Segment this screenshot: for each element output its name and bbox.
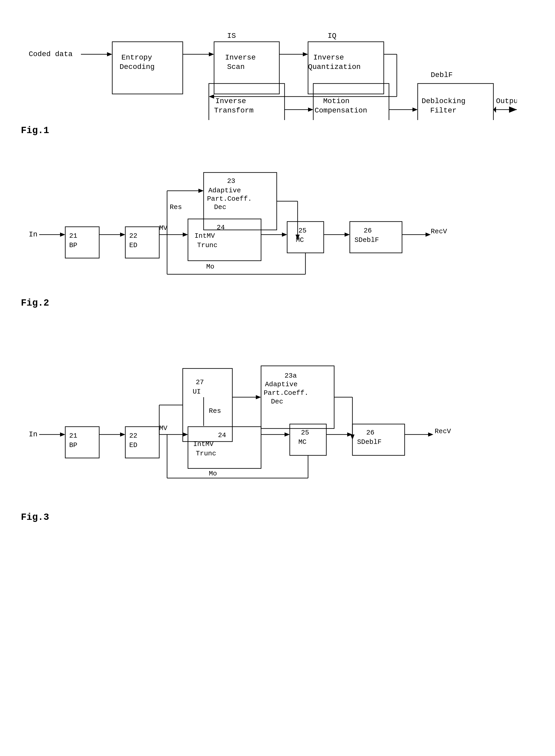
svg-marker-24 [60,232,65,237]
inverse-transform-label2: Transform [214,106,254,115]
in-label-fig3: In [29,430,38,438]
box25b-num: 25 [301,429,309,437]
recv-label-fig2: RecV [431,228,447,235]
box24-num: 24 [217,224,225,231]
deblocking-label: Deblocking [422,97,465,105]
mv-label-fig2: MV [159,224,168,232]
box24-label2: Trunc [197,241,217,249]
svg-marker-4 [209,52,214,56]
box24b-label2: Trunc [196,450,216,457]
box27-num: 27 [196,379,204,386]
recv-label-fig3: RecV [435,428,451,435]
box23-label1: Adaptive [208,187,241,194]
entropy-decoding-label2: Decoding [120,63,155,71]
box23a-label1: Adaptive [265,381,298,388]
iq-label: IQ [328,32,337,40]
svg-rect-62 [261,366,334,429]
mv-label-fig3: MV [159,424,168,432]
svg-marker-30 [183,232,188,237]
is-label: IS [227,32,236,40]
inverse-transform-label: Inverse [215,97,246,105]
svg-marker-33 [199,189,204,193]
inverse-scan-label: Inverse [225,53,256,61]
svg-marker-12 [209,94,214,99]
figure-2: In 21 BP 22 ED MV Res 23 [21,157,534,308]
box22-num: 22 [129,232,137,240]
fig1-diagram: Coded data Entropy Decoding IS Inverse S… [21,16,517,120]
mo-label-fig3: Mo [209,470,217,478]
inverse-quant-label2: Quantization [308,63,361,71]
box25-num: 25 [298,227,306,235]
box21b-num: 21 [69,432,77,440]
page: Coded data Entropy Decoding IS Inverse S… [0,0,555,756]
fig1-label: Fig.1 [21,125,534,136]
box23-num: 23 [227,177,235,185]
res-label-fig3: Res [209,407,221,415]
svg-rect-58 [183,368,232,442]
svg-rect-5 [214,42,279,94]
svg-marker-7 [303,52,308,56]
svg-marker-46 [426,232,431,237]
box21b-label: BP [69,441,77,449]
svg-rect-41 [287,222,324,253]
fig3-diagram: In 21 BP 22 ED MV 27 UI [21,329,517,507]
figure-3: In 21 BP 22 ED MV 27 UI [21,329,534,523]
box21-num: 21 [69,232,77,240]
deblocking-label2: Filter [430,106,457,115]
box26-label: SDeblF [354,236,379,244]
box23-label3: Dec [214,203,226,211]
svg-marker-27 [120,232,125,237]
svg-marker-43 [345,232,350,237]
inverse-quant-label: Inverse [313,53,344,61]
svg-marker-18 [413,107,418,112]
box26-num: 26 [364,227,372,235]
fig3-label: Fig.3 [21,512,534,523]
in-label-fig2: In [29,230,38,238]
box24b-label1: IntMV [193,440,214,448]
svg-marker-21 [509,106,517,113]
box21-label: BP [69,241,77,249]
box26b-num: 26 [366,429,374,437]
svg-marker-15 [308,107,313,112]
box24b-num: 24 [218,431,226,439]
motion-comp-label: Motion [323,97,349,105]
svg-marker-74 [428,433,433,437]
svg-marker-22 [494,106,496,113]
box23a-label3: Dec [271,398,283,405]
box23-label2: Part.Coeff. [207,195,252,203]
box25b-label: MC [298,438,306,446]
svg-marker-54 [120,433,125,437]
svg-marker-68 [285,433,290,437]
coded-data-label: Coded data [29,50,73,58]
box23a-num: 23a [285,372,297,380]
fig2-diagram: In 21 BP 22 ED MV Res 23 [21,157,517,293]
mo-label-fig2: Mo [206,263,214,271]
box27-label: UI [193,388,201,396]
svg-marker-51 [60,433,65,437]
svg-marker-57 [183,433,188,437]
svg-marker-1 [107,52,112,56]
box26b-label: SDeblF [357,438,382,446]
box23a-label2: Part.Coeff. [264,389,308,397]
figure-1: Coded data Entropy Decoding IS Inverse S… [21,16,534,136]
box24-label1: IntMV [195,232,215,240]
output-video-label: Output Video [496,97,517,105]
box22b-num: 22 [129,432,137,440]
fig2-label: Fig.2 [21,298,534,308]
box22-label: ED [129,241,137,249]
svg-marker-40 [282,232,287,237]
deblf-label: DeblF [431,71,453,79]
res-label-fig2: Res [170,203,182,211]
box25-label: MC [296,236,304,244]
motion-comp-label2: Compensation [314,106,367,115]
entropy-decoding-label: Entropy [121,53,152,61]
svg-marker-60 [256,395,261,399]
box22b-label: ED [129,441,137,449]
inverse-scan-label2: Scan [227,63,245,71]
